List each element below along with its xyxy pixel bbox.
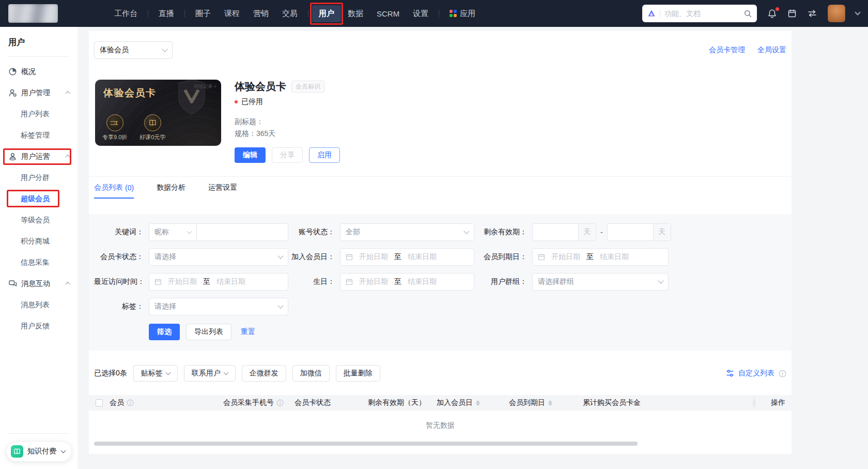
expire-date-range[interactable]: 开始日期 至 结束日期 <box>532 248 669 266</box>
add-wechat-button[interactable]: 加微信 <box>292 365 330 382</box>
sidebar-item-user-list[interactable]: 用户列表 <box>0 103 78 125</box>
switch-transfer-icon[interactable] <box>807 9 817 18</box>
customize-columns-link[interactable]: 自定义列表 <box>738 369 774 378</box>
nav-separator <box>439 10 439 17</box>
sidebar-item-msg-list[interactable]: 消息列表 <box>0 294 78 315</box>
book-icon <box>144 114 161 131</box>
keyword-type-select[interactable]: 昵称 <box>149 224 197 240</box>
sidebar-item-overview[interactable]: 概况 <box>0 61 78 82</box>
sidebar-item-level-member[interactable]: 等级会员 <box>0 209 78 231</box>
remain-days-label: 剩余有效期： <box>474 228 527 237</box>
nav-user[interactable]: 用户 <box>312 5 341 22</box>
reset-link[interactable]: 重置 <box>241 327 255 337</box>
card-status: 已停用 <box>235 97 340 107</box>
calendar-icon <box>538 253 545 261</box>
sidebar-item-super-member[interactable]: 超级会员 <box>0 188 78 209</box>
remain-min-input[interactable] <box>533 224 578 240</box>
sidebar-item-user-mgmt[interactable]: 用户管理 <box>0 82 78 103</box>
user-group-select[interactable]: 请选择群组 <box>532 273 669 291</box>
date-to-label: 至 <box>394 252 401 262</box>
perk-discount: 专享9.0折 <box>102 114 127 141</box>
filter-keyword: 关键词： 昵称 <box>94 223 288 241</box>
tab-member-list[interactable]: 会员列表 (0) <box>94 177 134 199</box>
scrollbar-thumb[interactable] <box>94 442 638 446</box>
product-switcher[interactable]: 知识付费 <box>6 441 72 462</box>
info-icon[interactable] <box>276 399 284 406</box>
nav-apps[interactable]: 应用 <box>443 5 482 22</box>
avatar[interactable] <box>828 5 845 22</box>
contact-user-dropdown-button[interactable]: 联系用户 <box>184 365 236 382</box>
sidebar-item-user-operate[interactable]: 用户运营 <box>0 146 78 167</box>
nav-workbench[interactable]: 工作台 <box>107 5 144 22</box>
column-join-date[interactable]: 加入会员日 <box>437 398 509 407</box>
status-dot <box>235 100 238 103</box>
range-dash: - <box>600 228 603 236</box>
sidebar-item-points-mall[interactable]: 积分商城 <box>0 231 78 252</box>
tab-count: (0) <box>125 184 134 192</box>
export-list-button[interactable]: 导出列表 <box>186 324 231 340</box>
sidebar-menu: 概况 用户管理 用户列表 标签管理 用户运营 用户分群 超级会员 等级会员 积分… <box>0 57 78 337</box>
tab-data-analysis[interactable]: 数据分析 <box>157 177 185 199</box>
join-date-range[interactable]: 开始日期 至 结束日期 <box>340 248 474 266</box>
sidebar-item-user-group[interactable]: 用户分群 <box>0 167 78 188</box>
wecom-broadcast-button[interactable]: 企微群发 <box>242 365 286 382</box>
filter-user-group: 用户群组： 请选择群组 <box>474 273 669 291</box>
sidebar-item-tag-mgmt[interactable]: 标签管理 <box>0 125 78 146</box>
account-chevron-down-icon[interactable] <box>855 9 860 15</box>
sidebar-item-label: 用户运营 <box>21 152 50 161</box>
date-start-placeholder: 开始日期 <box>359 277 388 286</box>
filter-buttons: 筛选 导出列表 重置 <box>89 324 792 340</box>
chevron-down-icon <box>223 370 228 375</box>
card-mgmt-link[interactable]: 会员卡管理 <box>709 46 745 55</box>
nav-course[interactable]: 课程 <box>218 5 246 22</box>
search-input[interactable] <box>664 9 740 18</box>
sidebar-item-info-collect[interactable]: 信息采集 <box>0 252 78 273</box>
card-status-placeholder: 请选择 <box>154 252 176 262</box>
batch-delete-button[interactable]: 批量删除 <box>336 365 380 382</box>
tag-dropdown-button[interactable]: 贴标签 <box>133 365 178 382</box>
nav-circle[interactable]: 圈子 <box>189 5 218 22</box>
column-actions: 操作 <box>755 395 792 411</box>
tag-select[interactable]: 请选择 <box>149 298 288 315</box>
filter-submit-button[interactable]: 筛选 <box>149 324 180 340</box>
calendar-icon[interactable] <box>787 9 797 18</box>
tab-operation-settings[interactable]: 运营设置 <box>208 177 237 199</box>
select-all-checkbox[interactable] <box>96 399 103 406</box>
user-group-label: 用户群组： <box>474 277 527 286</box>
birthday-range[interactable]: 开始日期 至 结束日期 <box>340 273 474 291</box>
sort-icon[interactable] <box>548 400 552 406</box>
enable-button[interactable]: 启用 <box>309 147 340 163</box>
nav-separator <box>184 10 185 17</box>
account-status-select[interactable]: 全部 <box>340 223 474 241</box>
card-info: 体验会员卡 会员标识 已停用 副标题： 规格：365天 编辑 分享 启用 <box>235 80 340 163</box>
sort-icon[interactable] <box>476 400 480 406</box>
nav-data[interactable]: 数据 <box>341 5 370 22</box>
search-icon[interactable] <box>744 10 752 18</box>
info-icon[interactable] <box>127 399 134 406</box>
nav-trade[interactable]: 交易 <box>275 5 304 22</box>
nav-settings[interactable]: 设置 <box>406 5 435 22</box>
content-panel: 体验会员 会员卡管理 全局设置 体验会员卡 明细记录 > 专享9.0折 <box>89 31 792 454</box>
birthday-label: 生日： <box>288 277 335 286</box>
global-search[interactable] <box>642 5 757 22</box>
last-visit-range[interactable]: 开始日期 至 结束日期 <box>149 273 288 291</box>
edit-button[interactable]: 编辑 <box>235 147 266 163</box>
global-settings-link[interactable]: 全局设置 <box>757 46 786 55</box>
nav-scrm[interactable]: SCRM <box>370 6 406 22</box>
nav-live[interactable]: 直播 <box>152 5 181 22</box>
notification-bell-icon[interactable] <box>767 9 777 19</box>
sidebar-item-label: 超级会员 <box>21 194 50 204</box>
sidebar-item-feedback[interactable]: 用户反馈 <box>0 315 78 337</box>
membership-card-select[interactable]: 体验会员 <box>94 41 173 59</box>
main-area: 体验会员 会员卡管理 全局设置 体验会员卡 明细记录 > 专享9.0折 <box>78 27 868 469</box>
card-status-select[interactable]: 请选择 <box>149 248 288 266</box>
share-button[interactable]: 分享 <box>272 147 303 163</box>
keyword-input[interactable] <box>197 224 288 240</box>
sidebar-item-msg-interact[interactable]: 消息互动 <box>0 273 78 294</box>
remain-max-input[interactable] <box>608 224 653 240</box>
column-expire-date[interactable]: 会员到期日 <box>509 398 583 407</box>
perk-free-course: 好课0元学 <box>140 114 165 141</box>
info-icon[interactable] <box>779 370 786 377</box>
filter-row-1: 关键词： 昵称 账号状态： 全部 剩余有效期： <box>89 223 792 241</box>
nav-marketing[interactable]: 营销 <box>246 5 275 22</box>
